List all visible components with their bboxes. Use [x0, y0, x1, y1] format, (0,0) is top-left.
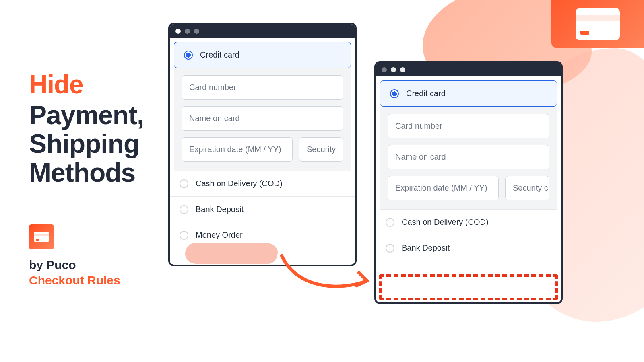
radio-unchecked-icon	[180, 179, 188, 188]
brand-product: Checkout Rules	[29, 273, 120, 288]
security-code-input[interactable]: Security	[299, 137, 343, 162]
expiration-input[interactable]: Expiration date (MM / YY)	[388, 176, 499, 200]
window-control-dot	[185, 29, 190, 34]
payment-method-label: Credit card	[200, 50, 239, 60]
card-number-input[interactable]: Card number	[182, 75, 343, 100]
radio-unchecked-icon	[180, 205, 188, 214]
headline-line-2: Payment,	[29, 101, 162, 130]
payment-method-credit-card[interactable]: Credit card	[380, 80, 557, 107]
window-control-dot	[194, 29, 199, 34]
radio-checked-icon	[184, 51, 193, 60]
window-titlebar	[376, 63, 561, 76]
brand-block: by Puco Checkout Rules	[29, 224, 120, 288]
headline-line-3: Shipping	[29, 130, 162, 158]
payment-method-label: Money Order	[196, 230, 243, 240]
headline: Hide Payment, Shipping Methods	[29, 71, 162, 187]
checkout-window-after: Credit card Card number Name on card Exp…	[374, 61, 563, 304]
payment-methods-list: Credit card Card number Name on card Exp…	[376, 80, 561, 261]
radio-unchecked-icon	[180, 231, 188, 240]
payment-method-label: Cash on Delivery (COD)	[402, 218, 489, 227]
headline-accent: Hide	[29, 71, 162, 99]
brand-text: by Puco Checkout Rules	[29, 257, 120, 288]
payment-method-bank-deposit[interactable]: Bank Deposit	[376, 235, 561, 261]
headline-block: Hide Payment, Shipping Methods	[29, 71, 162, 187]
credit-card-icon	[34, 232, 49, 242]
card-number-input[interactable]: Card number	[388, 114, 549, 138]
radio-unchecked-icon	[386, 218, 394, 227]
headline-line-4: Methods	[29, 158, 162, 187]
window-control-dot	[400, 67, 405, 72]
payment-method-label: Credit card	[406, 89, 446, 98]
credit-card-icon	[576, 8, 620, 40]
radio-checked-icon	[390, 89, 399, 98]
payment-method-cod[interactable]: Cash on Delivery (COD)	[170, 171, 355, 197]
window-titlebar	[170, 24, 355, 38]
credit-card-form: Card number Name on card Expiration date…	[380, 107, 557, 210]
credit-card-form: Card number Name on card Expiration date…	[174, 68, 351, 171]
expiration-input[interactable]: Expiration date (MM / YY)	[182, 137, 293, 162]
window-control-dot	[391, 67, 396, 72]
window-control-dot	[382, 67, 387, 72]
payment-method-cod[interactable]: Cash on Delivery (COD)	[376, 210, 561, 235]
payment-method-label: Cash on Delivery (COD)	[196, 179, 283, 188]
name-on-card-input[interactable]: Name on card	[388, 145, 549, 169]
brand-logo	[29, 224, 54, 249]
payment-method-label: Bank Deposit	[402, 243, 450, 253]
window-control-dot	[175, 29, 181, 34]
payment-methods-list: Credit card Card number Name on card Exp…	[170, 42, 355, 248]
payment-method-bank-deposit[interactable]: Bank Deposit	[170, 197, 355, 222]
checkout-window-before: Credit card Card number Name on card Exp…	[168, 23, 357, 266]
radio-unchecked-icon	[386, 244, 394, 253]
security-code-input[interactable]: Security c	[505, 176, 549, 200]
payment-method-credit-card[interactable]: Credit card	[174, 42, 351, 68]
corner-badge	[551, 0, 644, 48]
name-on-card-input[interactable]: Name on card	[182, 106, 343, 131]
payment-method-label: Bank Deposit	[196, 205, 244, 214]
brand-byline: by Puco	[29, 258, 76, 272]
payment-method-money-order[interactable]: Money Order	[170, 222, 355, 248]
